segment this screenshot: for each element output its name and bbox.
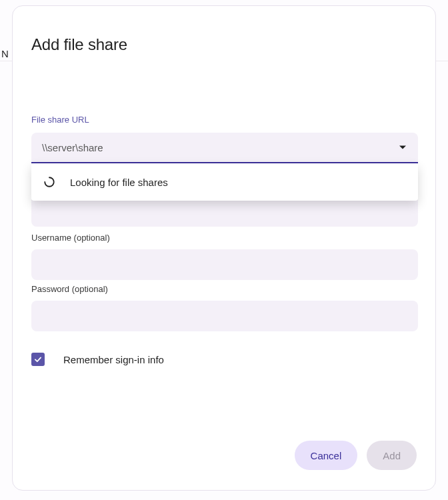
file-share-suggestions-dropdown: Looking for file shares: [31, 163, 418, 201]
file-share-url-label: File share URL: [31, 115, 418, 125]
loading-spinner-icon: [43, 176, 55, 188]
username-label: Username (optional): [31, 233, 418, 243]
background-letter: N: [1, 48, 9, 59]
password-field: Password (optional): [31, 284, 418, 331]
loading-text: Looking for file shares: [70, 177, 168, 188]
checkmark-icon: [33, 355, 43, 364]
dialog-buttons: Cancel Add: [295, 441, 417, 470]
add-file-share-dialog: Add file share File share URL Looking fo…: [12, 5, 436, 491]
remember-signin-checkbox[interactable]: [31, 353, 45, 366]
dialog-title: Add file share: [31, 35, 127, 54]
file-share-url-field: File share URL: [31, 115, 418, 163]
add-button[interactable]: Add: [367, 441, 417, 470]
cancel-button[interactable]: Cancel: [295, 441, 358, 470]
chevron-down-icon[interactable]: [399, 146, 406, 149]
username-input[interactable]: [31, 249, 418, 280]
file-share-url-input[interactable]: [42, 142, 407, 153]
password-label: Password (optional): [31, 284, 418, 294]
remember-signin-label: Remember sign-in info: [63, 354, 164, 365]
file-share-url-combobox[interactable]: [31, 133, 418, 163]
remember-signin-row: Remember sign-in info: [31, 353, 164, 366]
password-input[interactable]: [31, 301, 418, 331]
username-field: Username (optional): [31, 233, 418, 280]
